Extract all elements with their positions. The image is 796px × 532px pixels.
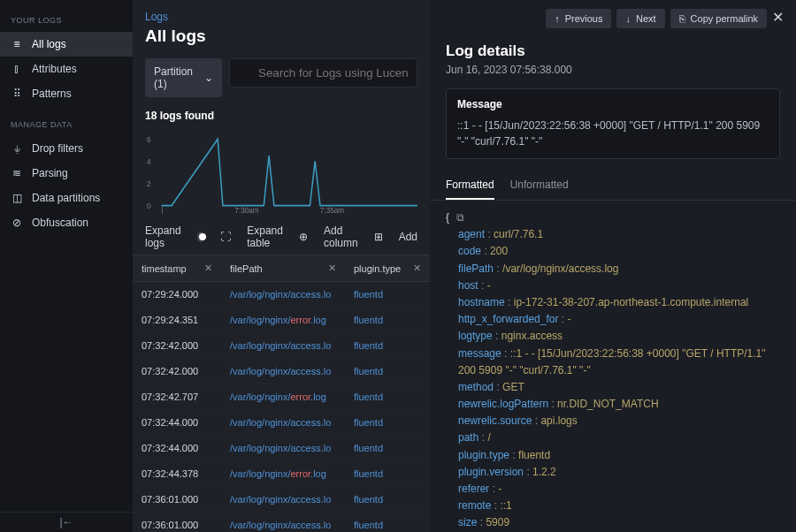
table-row[interactable]: 07:29:24.000/var/log/nginx/access.loflue… (133, 282, 430, 308)
cell-plugintype: fluentd (345, 384, 430, 409)
kv-key: newrelic.logPattern (458, 398, 548, 410)
log-detail-pane: ↑Previous ↓Next ⎘Copy permalink ✕ Log de… (430, 0, 796, 532)
kv-key: filePath (458, 262, 494, 275)
table-row[interactable]: 07:36:01.000/var/log/nginx/access.loflue… (133, 513, 430, 532)
svg-text:0: 0 (147, 201, 151, 211)
sidebar-item-label: All logs (32, 38, 66, 50)
kv-row: message : ::1 - - [15/Jun/2023:22:56:38 … (446, 346, 780, 379)
sidebar-item-obfuscation[interactable]: ⊘Obfuscation (0, 210, 133, 235)
cell-timestamp: 07:29:24.000 (133, 282, 221, 307)
link-icon: ⎘ (679, 13, 685, 24)
table-row[interactable]: 07:32:42.707/var/log/nginx/error.logflue… (133, 384, 430, 410)
kv-row: remote : ::1 (446, 498, 780, 514)
kv-row: newrelic.source : api.logs (446, 413, 780, 429)
add-icon: ⊞ (374, 231, 383, 243)
logs-chart: 02467:30am7:35am| (133, 131, 430, 219)
sidebar-collapse-toggle[interactable]: |← (0, 512, 133, 532)
kv-row: method : GET (446, 379, 780, 396)
sidebar-item-label: Data partitions (32, 192, 100, 204)
cell-plugintype: fluentd (345, 461, 430, 486)
cell-timestamp: 07:32:42.707 (133, 384, 221, 409)
kv-value: ::1 (500, 499, 511, 512)
detail-title: Log details (430, 37, 796, 62)
partition-label: Partition (1) (154, 65, 199, 90)
kv-key: remote (458, 499, 491, 512)
partition-button[interactable]: Partition (1) ⌄ (145, 58, 222, 97)
table-row[interactable]: 07:32:42.000/var/log/nginx/access.loflue… (133, 333, 430, 359)
sidebar-icon: ≡ (11, 38, 23, 50)
search-input[interactable] (229, 58, 417, 87)
sidebar-item-parsing[interactable]: ≋Parsing (0, 161, 133, 186)
copy-permalink-label: Copy permalink (691, 13, 758, 24)
sidebar-item-drop-filters[interactable]: ⏚Drop filters (0, 136, 133, 161)
table-row[interactable]: 07:32:44.000/var/log/nginx/access.loflue… (133, 436, 430, 461)
kv-key: size (458, 516, 477, 528)
sidebar-section-manage-data: MANAGE DATA (0, 117, 133, 136)
cell-plugintype: fluentd (345, 436, 430, 460)
svg-text:2: 2 (147, 179, 151, 189)
remove-col-plugintype[interactable]: ✕ (413, 262, 421, 274)
chevron-down-icon: ⌄ (204, 72, 213, 84)
breadcrumb[interactable]: Logs (133, 0, 430, 23)
kv-row: hostname : ip-172-31-38-207.ap-northeast… (446, 294, 780, 311)
add-button[interactable]: Add (399, 231, 417, 243)
kv-key: method (458, 381, 494, 393)
next-button[interactable]: ↓Next (616, 9, 664, 28)
remove-col-filepath[interactable]: ✕ (328, 262, 336, 274)
page-title: All logs (133, 23, 430, 58)
copy-permalink-button[interactable]: ⎘Copy permalink (670, 9, 767, 28)
expand-table-button[interactable]: Expand table (247, 224, 283, 249)
kv-row: code : 200 (446, 243, 780, 260)
cell-timestamp: 07:32:44.000 (133, 410, 221, 435)
tab-formatted[interactable]: Formatted (446, 171, 494, 200)
kv-value: - (567, 313, 570, 325)
kv-key: plugin.version (458, 466, 524, 478)
svg-text:7:30am: 7:30am (234, 205, 258, 214)
add-column-icon: ⊕ (299, 231, 308, 243)
kv-value: / (487, 431, 490, 444)
copy-json-icon[interactable]: ⧉ (456, 209, 464, 226)
table-row[interactable]: 07:32:42.000/var/log/nginx/access.loflue… (133, 359, 430, 384)
kv-key: http_x_forwarded_for (458, 313, 558, 325)
remove-col-timestamp[interactable]: ✕ (204, 262, 212, 274)
cell-filepath: /var/log/nginx/access.lo (221, 282, 345, 307)
kv-value: - (487, 279, 491, 292)
sidebar-item-data-partitions[interactable]: ◫Data partitions (0, 186, 133, 210)
sidebar-icon: ⫿ (11, 63, 23, 75)
previous-button[interactable]: ↑Previous (546, 9, 611, 28)
cell-filepath: /var/log/nginx/access.lo (221, 436, 345, 460)
sidebar-item-label: Parsing (32, 167, 68, 179)
kv-row: referer : - (446, 481, 780, 498)
cell-plugintype: fluentd (345, 282, 430, 307)
kv-value: GET (502, 381, 524, 393)
col-filepath[interactable]: filePath (230, 263, 263, 274)
expand-logs-toggle[interactable] (197, 232, 205, 242)
sidebar-item-attributes[interactable]: ⫿Attributes (0, 57, 133, 81)
cell-plugintype: fluentd (345, 308, 430, 332)
cell-plugintype: fluentd (345, 410, 430, 435)
col-timestamp[interactable]: timestamp (142, 263, 187, 274)
table-row[interactable]: 07:32:44.000/var/log/nginx/access.loflue… (133, 410, 430, 436)
sidebar-item-all-logs[interactable]: ≡All logs (0, 32, 133, 57)
message-label: Message (457, 98, 769, 110)
arrow-up-icon: ↑ (555, 13, 560, 24)
cell-filepath: /var/log/nginx/access.lo (221, 359, 345, 384)
col-plugintype[interactable]: plugin.type (354, 263, 401, 274)
sidebar-icon: ⊘ (11, 217, 23, 229)
kv-value: nr.DID_NOT_MATCH (557, 398, 658, 410)
kv-key: message (458, 347, 501, 360)
close-icon[interactable]: ✕ (772, 9, 784, 28)
tab-unformatted[interactable]: Unformatted (510, 171, 569, 200)
kv-row: newrelic.logPattern : nr.DID_NOT_MATCH (446, 396, 780, 413)
table-row[interactable]: 07:32:44.378/var/log/nginx/error.logflue… (133, 461, 430, 487)
kv-key: hostname (458, 296, 505, 308)
logs-found-count: 18 logs found (133, 110, 430, 131)
table-row[interactable]: 07:36:01.000/var/log/nginx/access.loflue… (133, 487, 430, 513)
cell-filepath: /var/log/nginx/access.lo (221, 487, 345, 512)
sidebar-item-patterns[interactable]: ⠿Patterns (0, 81, 133, 106)
add-column-button[interactable]: Add column (324, 224, 358, 249)
kv-value: 5909 (486, 516, 509, 528)
table-row[interactable]: 07:29:24.351/var/log/nginx/error.logflue… (133, 308, 430, 333)
sidebar-icon: ≋ (11, 167, 23, 179)
cell-timestamp: 07:29:24.351 (133, 308, 221, 332)
